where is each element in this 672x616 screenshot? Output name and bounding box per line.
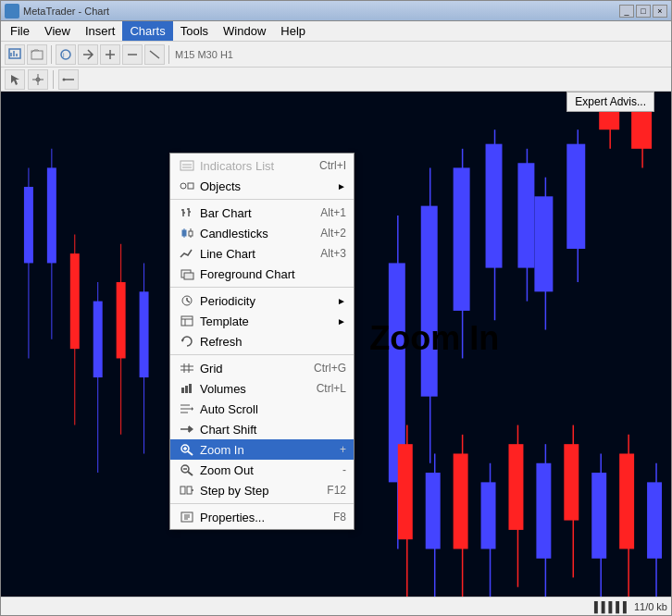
periodicity-label: Periodicity [200,294,337,308]
svg-rect-4 [31,51,43,59]
svg-rect-46 [534,196,553,291]
svg-text:i: i [63,52,65,58]
svg-line-10 [150,51,159,58]
toolbar-btn5[interactable] [100,44,120,65]
zoom-out-icon [178,462,196,477]
menu-indicators-list[interactable]: Indicators List Ctrl+I [170,155,354,176]
menu-objects[interactable]: Objects ► [170,176,354,196]
svg-rect-98 [185,386,188,393]
periodicity-arrow: ► [337,296,346,306]
main-window: MetaTrader - Chart _ □ × File View Inser… [0,0,672,616]
toolbar-btn7[interactable] [144,44,165,65]
bar-chart-icon [178,205,196,220]
zoom-in-label: Zoom In [200,443,317,457]
maximize-button[interactable]: □ [636,5,651,18]
line-chart-label: Line Chart [200,247,298,261]
menu-properties[interactable]: Properties... F8 [170,507,354,527]
svg-rect-38 [517,163,534,267]
zoom-in-shortcut: + [340,443,346,456]
toolbar-btn6[interactable] [122,44,143,65]
menu-template[interactable]: Template ► [170,311,354,331]
toolbar-btn4[interactable] [78,44,98,65]
menu-auto-scroll[interactable]: Auto Scroll [170,399,354,419]
objects-arrow: ► [337,181,346,191]
template-label: Template [200,314,337,328]
svg-rect-60 [564,444,579,520]
properties-label: Properties... [200,511,311,524]
sep4 [170,503,354,504]
toolbar-sep1 [51,45,52,64]
objects-icon [178,179,196,193]
menu-zoom-in[interactable]: Zoom In + [170,439,354,460]
step-by-step-label: Step by Step [200,484,305,498]
svg-rect-28 [140,291,149,377]
foreground-icon [178,266,196,281]
refresh-label: Refresh [200,335,346,349]
svg-rect-44 [566,144,585,249]
grid-shortcut: Ctrl+G [314,362,346,375]
toolbar-btn3[interactable]: i [56,44,76,65]
open-button[interactable] [27,44,47,65]
bar-chart-label: Bar Chart [200,206,298,220]
template-icon [178,314,196,328]
menu-file[interactable]: File [3,21,37,41]
indicators-list-label: Indicators List [200,159,297,173]
bar-chart-shortcut: Alt+1 [320,206,346,219]
svg-line-112 [188,472,193,475]
menu-bar-chart[interactable]: Bar Chart Alt+1 [170,203,354,223]
svg-rect-26 [117,282,126,358]
svg-rect-85 [184,273,193,279]
new-chart-button[interactable] [5,44,25,65]
menu-grid[interactable]: Grid Ctrl+G [170,358,354,378]
menu-charts[interactable]: Charts [122,21,172,41]
auto-scroll-icon [178,401,196,416]
candlesticks-icon [178,226,196,240]
menu-volumes[interactable]: Volumes Ctrl+L [170,378,354,399]
chart-shift-icon [178,422,196,437]
charts-dropdown: Indicators List Ctrl+I Objects ► [169,153,355,530]
menu-foreground-chart[interactable]: Foreground Chart [170,264,354,284]
candlesticks-shortcut: Alt+2 [320,227,346,240]
svg-rect-50 [426,473,441,548]
menu-line-chart[interactable]: Line Chart Alt+3 [170,243,354,264]
close-button[interactable]: × [653,5,667,18]
objects-label: Objects [200,179,337,193]
grid-label: Grid [200,362,292,376]
cursor-button[interactable] [5,69,25,90]
svg-marker-103 [192,407,193,411]
menu-bar: File View Insert Charts Tools Window Hel… [1,21,671,42]
menu-chart-shift[interactable]: Chart Shift [170,419,354,439]
menu-step-by-step[interactable]: Step by Step F12 [170,480,354,500]
svg-rect-78 [182,230,186,236]
svg-rect-89 [181,316,193,326]
menu-refresh[interactable]: Refresh [170,331,354,351]
expert-advisors-panel: Expert Advis... [566,92,654,112]
app-icon [5,4,19,18]
menu-window[interactable]: Window [216,21,273,41]
line-chart-shortcut: Alt+3 [320,247,346,260]
menu-periodicity[interactable]: Periodicity ► [170,290,354,311]
menu-candlesticks[interactable]: Candlesticks Alt+2 [170,223,354,243]
svg-rect-48 [398,444,413,539]
svg-rect-18 [24,187,33,263]
menu-insert[interactable]: Insert [78,21,123,41]
svg-rect-54 [481,482,496,548]
svg-rect-62 [591,473,606,559]
crosshair-button[interactable] [28,69,48,90]
line-h-button[interactable] [58,69,79,90]
svg-line-108 [188,451,193,455]
auto-scroll-label: Auto Scroll [200,402,346,416]
svg-rect-24 [93,302,103,377]
menu-tools[interactable]: Tools [173,21,216,41]
properties-shortcut: F8 [333,511,346,524]
menu-help[interactable]: Help [273,21,313,41]
indicators-icon [178,158,196,173]
svg-point-70 [180,183,186,189]
candlesticks-label: Candlesticks [200,227,298,240]
menu-view[interactable]: View [37,21,78,41]
minimize-button[interactable]: _ [619,5,634,18]
expert-label: Expert Advis... [575,95,646,108]
zoom-in-chart-label: Zoom In [369,319,499,358]
svg-rect-114 [180,487,185,494]
menu-zoom-out[interactable]: Zoom Out - [170,460,354,480]
